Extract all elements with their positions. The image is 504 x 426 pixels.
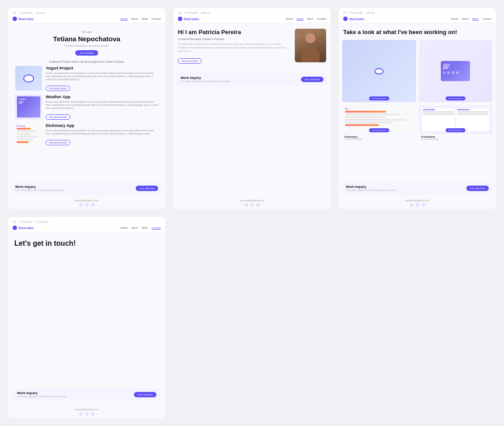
trans-line-3 [423,113,454,115]
about-view-button[interactable]: View all project [178,58,202,64]
social-ig-contact[interactable] [91,412,95,416]
logo-text-work: SheCodes [349,17,364,21]
work-weather-card: Lisbon 28° View detail project [419,40,493,103]
wi-title-about: Work Inquiry [181,76,231,80]
social-ig-about[interactable] [256,203,260,207]
panel-label-text-1: Portfolio [20,11,33,15]
nav-home-link[interactable]: Home [121,17,128,21]
panel-home: 01 Portfolio Home SheCodes Home About Wo… [8,8,165,209]
yogurt-view-button[interactable]: View detail project [46,86,70,91]
dict-view-button[interactable]: View detail project [46,140,70,145]
wc-icon-4 [456,71,459,74]
footer-email-about: youremail@gmail.com [176,199,328,202]
work-yogurt-btn[interactable]: View detail project [369,96,389,100]
panel-label-about: 02 Portfolio About [173,8,331,15]
weather-project-text: Weather App Far far away, behind the wor… [46,95,158,120]
nav-home-link-2[interactable]: Home [286,17,293,21]
social-fb-contact[interactable] [79,412,83,416]
work-trans-btn[interactable]: View detail project [446,128,465,132]
work-weather-image: Lisbon 28° View detail project [419,40,493,103]
home-content: Hi I am Tetiana Nepochatova Frontend Dev… [8,23,165,179]
about-hero: Hi I am Patricia Pereira Frontend Develo… [173,23,331,67]
footer-email-contact: youremail@gmail.com [10,408,163,411]
get-started-button[interactable]: Get Started [75,50,98,56]
nav-about: SheCodes Home About Work Contact [173,15,331,23]
nav-work: SheCodes Home About Work Contact [339,15,496,23]
panel-sublabel-1: Home [36,11,45,15]
nav-work-link-1[interactable]: Work [142,17,148,21]
social-ig-work[interactable] [422,203,425,207]
logo-text-home: SheCodes [18,17,34,21]
social-tw-work[interactable] [416,203,419,207]
social-fb-work[interactable] [410,203,414,207]
mockup-contact: SheCodes Home About Work Contact Let's g… [8,224,165,418]
wi-btn-contact[interactable]: Let's talk here [134,392,156,397]
logo-icon-work [343,17,348,21]
footer-about: youremail@gmail.com [173,197,331,209]
work-trans-card: View detail project Translation Frontend… [419,105,493,177]
main-grid: 01 Portfolio Home SheCodes Home About Wo… [0,0,504,426]
about-hero-image [295,29,326,62]
dict-project-text: Dictionary App Far far away, behind the … [46,123,158,145]
work-dict-btn[interactable]: View detail project [369,128,389,132]
social-tw-about[interactable] [250,203,254,207]
nav-links-home: Home About Work Contact [121,17,161,21]
contact-heading: Let's get in touch! [8,232,165,252]
wi-btn-home[interactable]: Let's talk here [136,186,158,191]
nav-work-link-4[interactable]: Work [142,226,148,230]
panel-contact: 04 Portfolio Contact SheCodes Home About… [8,217,165,418]
work-inquiry-text-home: Work Inquiry Let's work together and I'l… [15,185,65,191]
nav-about-link-2[interactable]: About [297,17,304,21]
weather-view-button[interactable]: View detail project [46,114,70,120]
featured-label: Featured Project which my best projects … [49,60,125,63]
logo-home: SheCodes [13,17,34,21]
nav-about-link-1[interactable]: About [131,17,138,21]
yogurt-project-image [15,66,42,91]
nav-about-link-4[interactable]: About [131,226,138,230]
nav-work-link-2[interactable]: Work [307,17,313,21]
footer-home: youremail@gmail.com [8,197,165,209]
nav-contact-link-3[interactable]: Contact [482,17,491,21]
social-fb-home[interactable] [79,203,83,207]
social-tw-home[interactable] [85,203,89,207]
trans-side-left [422,108,455,131]
work-inquiry-home: Work Inquiry Let's work together and I'l… [11,181,163,195]
logo-about: SheCodes [178,17,199,21]
trans-line-5 [457,111,488,113]
wi-desc-about: Let's work, together and I'll help you b… [181,80,231,83]
nav-home-link-3[interactable]: Home [451,17,458,21]
logo-contact: SheCodes [13,226,34,230]
dict-title: Dictionary App [46,123,158,128]
trans-line-1 [423,109,435,110]
trans-line-4 [457,109,470,110]
panel-num-1: 01 [13,11,17,15]
logo-icon-about [178,17,182,21]
work-trans-role: Frontend Developer [421,138,491,140]
panel-label-text-3: Portfolio [350,11,363,15]
wi-title-home: Work Inquiry [15,185,65,189]
panel-label-text-4: Portfolio [20,220,33,224]
social-fb-about[interactable] [245,203,248,207]
trans-line-6 [457,113,488,115]
work-weather-btn[interactable]: View detail project [446,96,465,100]
nav-contact-link-4[interactable]: Contact [151,226,161,230]
nav-links-work: Home About Work Contact [451,17,491,21]
nav-home-link-4[interactable]: Home [121,226,128,230]
weather-mock: Lisbon 28° [17,96,40,117]
wi-btn-about[interactable]: Let's talk here [301,77,323,82]
home-title: Tetiana Nepochatova [53,35,121,43]
social-home [10,203,163,207]
nav-contact-link-2[interactable]: Contact [317,17,326,21]
panel-label-text-2: Portfolio [185,11,198,15]
social-ig-home[interactable] [91,203,95,207]
wi-btn-work[interactable]: Let's talk here [466,186,489,191]
nav-contact-link-1[interactable]: Contact [151,17,161,21]
logo-text-contact: SheCodes [18,226,34,230]
mockup-about: SheCodes Home About Work Contact Hi I am… [173,15,331,209]
nav-about-link-3[interactable]: About [462,17,469,21]
work-projects-grid: View detail project Yogurt Project Front… [339,40,496,179]
weather-project-row: Lisbon 28° Weather App Far far away, beh… [13,95,160,120]
social-tw-contact[interactable] [85,412,89,416]
nav-work-link-3[interactable]: Work [472,17,478,21]
wi-desc-work: Let's work, together and I'll help you t… [346,189,396,191]
